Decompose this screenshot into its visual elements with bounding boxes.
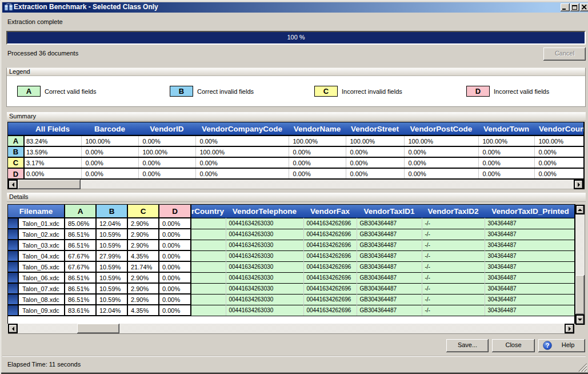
svg-text:?: ?: [545, 342, 549, 349]
